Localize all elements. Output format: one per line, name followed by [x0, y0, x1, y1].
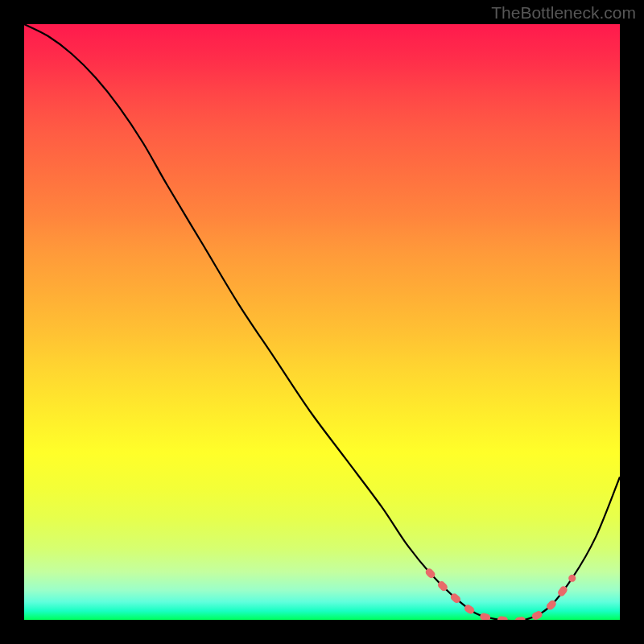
watermark-text: TheBottleneck.com	[491, 3, 636, 23]
curve-line	[24, 24, 620, 620]
chart-plot-area	[24, 24, 620, 620]
dashed-highlight	[429, 572, 572, 620]
chart-svg	[24, 24, 620, 620]
